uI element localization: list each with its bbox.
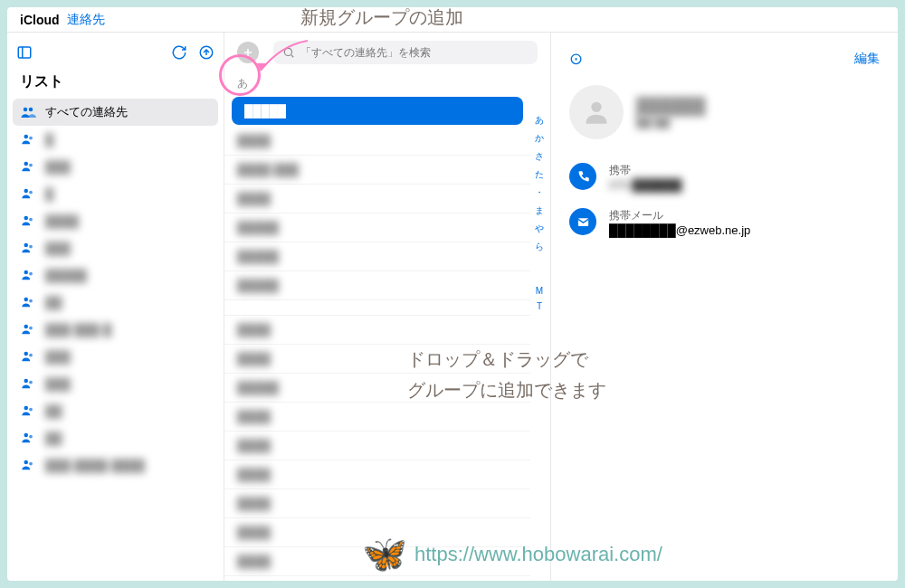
svg-point-28 [24,433,29,438]
sidebar-item-group[interactable]: ██ [7,289,224,316]
email-icon[interactable] [569,208,596,235]
svg-rect-0 [18,47,31,58]
group-icon [20,321,36,337]
svg-point-19 [29,299,33,303]
email-label: 携帯メール [609,208,750,223]
svg-point-4 [24,108,28,112]
svg-point-8 [24,162,29,166]
contact-row[interactable]: ████ [224,127,530,156]
contact-list-column: あ █████████████ ████████████████████████… [224,33,550,581]
contact-row[interactable]: ████ [224,547,530,576]
sidebar-item-group[interactable]: ███ [7,343,224,370]
svg-point-22 [24,352,29,356]
svg-point-29 [29,435,33,439]
app-name: iCloud [20,13,60,27]
contact-row[interactable]: ████ [224,185,530,213]
sidebar-item-all-contacts[interactable]: すべての連絡先 [13,99,218,126]
titlebar: iCloud 連絡先 [7,7,898,33]
contact-subtitle: ██ ██ [636,116,706,128]
contact-row[interactable]: █████ [224,271,530,300]
contact-row[interactable]: ████ [224,316,530,345]
phone-value: 070 ██████ [609,178,682,192]
index-letter[interactable]: ら [535,241,544,253]
avatar [569,85,624,139]
alphabet-index[interactable]: あかさた・まやらMT [532,114,547,572]
svg-point-30 [24,460,29,465]
svg-point-23 [29,354,33,357]
contact-detail: ⊙ 編集 ██████ ██ ██ 携帯 070 ██████ [550,33,898,581]
contact-row[interactable]: ████ [224,518,530,547]
group-icon [20,267,36,283]
contact-row[interactable]: ████ [224,489,530,518]
sidebar-item-group[interactable]: ████ [7,207,224,234]
search-input[interactable] [300,46,529,59]
edit-button[interactable]: 編集 [854,51,880,67]
panel-toggle-icon[interactable] [16,44,33,61]
contact-row[interactable]: ████ [224,403,530,432]
upload-icon[interactable] [198,44,214,61]
index-letter[interactable]: あ [535,114,544,127]
contact-row[interactable]: █████ [224,374,530,403]
contact-row[interactable]: ████ [224,460,530,489]
svg-point-16 [24,270,29,275]
group-icon [20,213,36,229]
phone-icon[interactable] [569,163,596,190]
sidebar-item-group[interactable]: █ [7,126,224,153]
email-value: ████████@ezweb.ne.jp [609,223,750,237]
svg-point-9 [29,164,33,167]
svg-point-10 [24,189,29,194]
sidebar-item-group[interactable]: ███ [7,153,224,180]
index-letter[interactable]: か [535,132,544,145]
svg-point-14 [24,243,29,248]
svg-point-27 [29,408,33,412]
svg-point-5 [29,108,33,112]
search-icon [282,46,295,59]
contact-row[interactable]: █████ [224,242,530,271]
index-letter[interactable]: た [535,168,544,181]
svg-point-17 [29,272,33,276]
group-icon [20,131,36,147]
group-icon [20,240,36,256]
sidebar-item-group[interactable]: ███ [7,370,224,397]
svg-point-26 [24,406,29,411]
sidebar-item-group[interactable]: ███-████-████ [7,451,224,479]
sidebar-item-group[interactable]: █████ [7,261,224,289]
contact-row[interactable] [224,300,530,316]
search-field[interactable] [273,41,538,64]
index-letter[interactable]: ・ [535,186,544,199]
index-letter[interactable]: さ [535,150,544,163]
add-group-button[interactable] [237,42,259,63]
sidebar-item-group[interactable]: █ [7,180,224,207]
svg-point-15 [29,245,33,249]
contact-row[interactable]: ████ ███ [224,156,530,185]
sidebar-heading: リスト [7,72,224,99]
refresh-icon[interactable] [171,44,187,61]
sidebar-item-group[interactable]: ██ [7,424,224,451]
sidebar: リスト すべての連絡先██████████████████████-███-██… [7,33,224,581]
index-letter[interactable]: ま [535,204,544,217]
contact-row[interactable]: ████ [224,432,530,460]
sidebar-item-group[interactable]: ███-███-█ [7,316,224,343]
contact-row[interactable]: ████ [224,345,530,374]
section-header: あ [224,72,550,95]
titlebar-section[interactable]: 連絡先 [67,12,105,28]
svg-point-18 [24,298,29,302]
index-letter[interactable]: T [537,301,542,311]
sidebar-item-group[interactable]: ███ [7,234,224,261]
svg-point-32 [284,48,291,55]
phone-label: 携帯 [609,163,682,178]
group-icon [20,375,36,392]
sidebar-item-group[interactable]: ██ [7,397,224,424]
group-icon [20,430,36,446]
more-options-icon[interactable]: ⊙ [569,49,583,69]
svg-point-31 [29,462,33,466]
svg-point-12 [24,216,29,221]
group-icon [20,348,36,365]
index-letter[interactable]: M [536,286,543,296]
contact-row[interactable]: █████ [224,213,530,242]
contact-row[interactable]: █████ [232,97,523,125]
group-icon [20,403,36,419]
svg-line-33 [291,55,294,58]
index-letter[interactable]: や [535,223,544,235]
svg-point-7 [29,137,33,140]
